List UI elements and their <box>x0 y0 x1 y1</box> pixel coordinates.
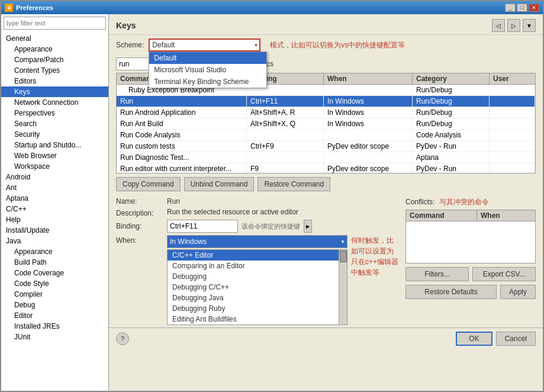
scheme-dropdown-popup: Default Microsoft Visual Studio Terminal… <box>149 52 267 88</box>
minimize-button[interactable]: _ <box>505 4 516 12</box>
sidebar-item[interactable]: Compiler <box>1 289 108 300</box>
when-hint1: 何时触发，比 <box>351 235 398 246</box>
table-row[interactable]: Run Android ApplicationAlt+Shift+A, RIn … <box>117 107 535 118</box>
restore-command-button[interactable]: Restore Command <box>257 177 330 191</box>
conflicts-body <box>406 221 535 263</box>
sidebar-item[interactable]: Workspace <box>1 161 108 172</box>
scheme-row: Scheme: Default Microsoft Visual Studio … <box>109 35 543 55</box>
scheme-option-default[interactable]: Default <box>149 52 266 64</box>
sidebar-item[interactable]: Compare/Patch <box>1 54 108 65</box>
col-user: User <box>490 73 535 84</box>
sidebar-item[interactable]: General <box>1 33 108 44</box>
back-button[interactable]: ◁ <box>492 19 505 32</box>
sidebar-item[interactable]: Code Style <box>1 278 108 289</box>
when-option[interactable]: Comparing in an Editor <box>168 261 339 271</box>
when-row: When: In Windows ▼ C/C++ <box>116 235 398 325</box>
table-cell: Alt+Shift+X, Q <box>247 118 324 129</box>
unbind-command-button[interactable]: Unbind Command <box>184 177 255 191</box>
sidebar-item[interactable]: Debug <box>1 300 108 310</box>
menu-button[interactable]: ▼ <box>523 19 536 32</box>
copy-command-button[interactable]: Copy Command <box>116 177 181 191</box>
when-option[interactable]: Debugging Java <box>168 293 339 303</box>
sidebar-item[interactable]: Ant <box>1 182 108 193</box>
sidebar-item[interactable]: JUnit <box>1 332 108 342</box>
table-row[interactable]: Run editor with current interpreter...F9… <box>117 163 535 173</box>
details-panel: Name: Run Description: Run the selected … <box>109 195 543 327</box>
sidebar-item[interactable]: Keys <box>1 86 108 97</box>
table-row[interactable]: Run Code AnalysisCode Analysis <box>117 130 535 141</box>
table-cell: Ctrl+F11 <box>247 96 324 107</box>
sidebar-item[interactable]: Search <box>1 118 108 129</box>
conflicts-text: Conflicts: <box>405 198 434 206</box>
desc-value: Run the selected resource or active edit… <box>167 208 298 216</box>
sidebar-item[interactable]: Install/Update <box>1 225 108 236</box>
table-row[interactable]: Run custom testsCtrl+F9PyDev editor scop… <box>117 141 535 152</box>
sidebar-item[interactable]: Build Path <box>1 257 108 268</box>
sidebar-item[interactable]: Appearance <box>1 44 108 54</box>
sidebar-item[interactable]: Android <box>1 172 108 182</box>
export-csv-button[interactable]: Export CSV... <box>472 267 536 281</box>
window-title: Preferences <box>16 4 53 11</box>
table-cell: Run Android Application <box>117 107 247 118</box>
when-hint2: 如可以设置为 <box>351 246 398 256</box>
when-select[interactable]: In Windows <box>167 235 347 248</box>
forward-button[interactable]: ▷ <box>507 19 520 32</box>
help-button[interactable]: ? <box>116 332 129 345</box>
cancel-button[interactable]: Cancel <box>496 332 536 346</box>
table-cell: Run custom tests <box>117 141 247 152</box>
sidebar-item[interactable]: Security <box>1 129 108 140</box>
scheme-option-terminal[interactable]: Terminal Key Binding Scheme <box>149 76 266 88</box>
table-cell <box>490 96 535 107</box>
sidebar-item[interactable]: Editor <box>1 310 108 321</box>
ok-button[interactable]: OK <box>456 332 492 346</box>
conflicts-panel: Conflicts: 与其冲突的命令 Command When Filters.… <box>405 197 536 299</box>
sidebar-item[interactable]: Network Connection <box>1 97 108 108</box>
sidebar-item[interactable]: Java <box>1 236 108 246</box>
sidebar-item[interactable]: Startup and Shutdo... <box>1 140 108 150</box>
sidebar-item[interactable]: Content Types <box>1 65 108 76</box>
filter-input[interactable] <box>4 17 106 30</box>
keys-title: Keys <box>116 21 136 30</box>
conflicts-col-when: When <box>477 210 535 221</box>
apply-button[interactable]: Apply <box>500 285 536 299</box>
when-select-wrapper: In Windows ▼ <box>167 235 347 248</box>
sidebar-item[interactable]: C/C++ <box>1 204 108 214</box>
table-row[interactable]: Run Diagnostic Test...Aptana <box>117 152 535 163</box>
name-row: Name: Run <box>116 197 398 205</box>
when-option[interactable]: C/C++ Editor <box>168 250 339 261</box>
table-cell: Run Diagnostic Test... <box>117 152 247 163</box>
filters-button[interactable]: Filters... <box>405 267 469 281</box>
sidebar-item[interactable]: Installed JREs <box>1 321 108 332</box>
scheme-option-vs[interactable]: Microsoft Visual Studio <box>149 64 266 76</box>
when-scrollbar-thumb <box>340 250 347 262</box>
restore-apply-row: Restore Defaults Apply <box>405 285 536 299</box>
filter-input-wrapper <box>4 17 106 30</box>
sidebar-item[interactable]: Web Browser <box>1 150 108 161</box>
restore-defaults-button[interactable]: Restore Defaults <box>405 285 497 299</box>
close-button[interactable]: ✕ <box>529 4 539 12</box>
keys-header: Keys ◁ ▷ ▼ <box>109 14 543 35</box>
sidebar-item[interactable]: Appearance <box>1 246 108 257</box>
sidebar-item[interactable]: Perspectives <box>1 108 108 118</box>
when-dropdown-content: C/C++ EditorComparing in an EditorDebugg… <box>168 250 347 324</box>
conflicts-hint: 与其冲突的命令 <box>439 198 489 206</box>
when-option[interactable]: Debugging <box>168 271 339 282</box>
binding-scroll[interactable]: ▶ <box>304 220 312 233</box>
maximize-button[interactable]: □ <box>517 4 527 12</box>
sidebar-item[interactable]: Editors <box>1 76 108 86</box>
sidebar-item[interactable]: Aptana <box>1 193 108 204</box>
table-cell: Run <box>117 96 247 107</box>
scheme-hint: 模式，比如可以切换为vs中的快捷键配置等 <box>270 40 405 50</box>
sidebar-item[interactable]: Help <box>1 214 108 225</box>
when-option[interactable]: Debugging Ruby <box>168 303 339 314</box>
action-buttons: Copy Command Unbind Command Restore Comm… <box>109 173 543 195</box>
command-form: Name: Run Description: Run the selected … <box>116 197 398 325</box>
when-option[interactable]: Debugging C/C++ <box>168 282 339 293</box>
scheme-select[interactable]: Default Microsoft Visual Studio Terminal… <box>149 38 260 52</box>
when-option[interactable]: Editing Ant Buildfiles <box>168 314 339 324</box>
binding-input[interactable] <box>167 220 238 233</box>
table-row[interactable]: RunCtrl+F11In WindowsRun/Debug <box>117 96 535 107</box>
table-row[interactable]: Run Ant BuildAlt+Shift+X, QIn WindowsRun… <box>117 118 535 130</box>
sidebar-item[interactable]: Code Coverage <box>1 268 108 278</box>
preferences-window: ⚙ Preferences _ □ ✕ GeneralAppearanceCom… <box>0 0 544 392</box>
